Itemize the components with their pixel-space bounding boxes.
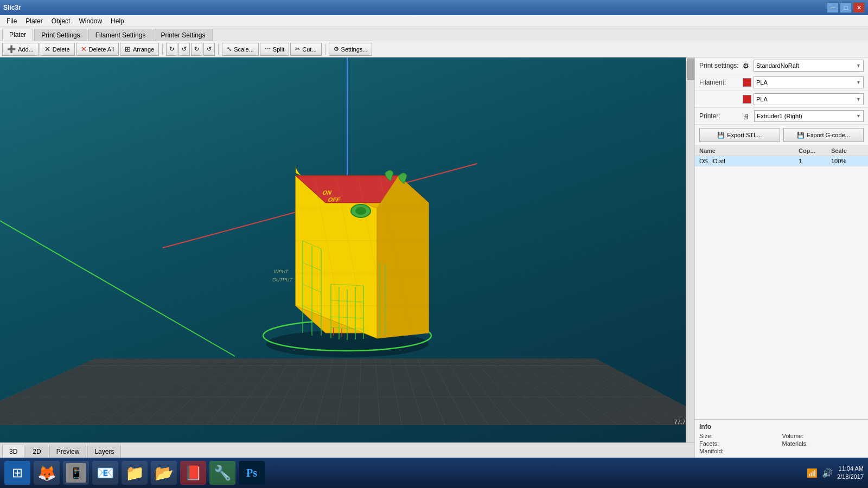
clock-time: 11:04 AM — [837, 465, 864, 473]
app2-button[interactable]: 🔧 — [209, 461, 235, 485]
toolbar-separator-2 — [218, 44, 219, 55]
menu-plater[interactable]: Plater — [21, 16, 47, 26]
calculator-button[interactable]: 📱 — [63, 461, 89, 485]
menu-help[interactable]: Help — [106, 16, 129, 26]
volume-icon: 🔊 — [822, 468, 833, 478]
clock: 11:04 AM 2/18/2017 — [837, 465, 864, 481]
menu-file[interactable]: File — [2, 16, 21, 26]
window-controls: ─ □ ✕ — [827, 2, 865, 13]
folder-button[interactable]: 📁 — [122, 461, 148, 485]
toolbar: ➕ Add... ✕ Delete ✕ Delete All ⊞ Arrange… — [0, 41, 868, 57]
arrange-button[interactable]: ⊞ Arrange — [120, 43, 159, 56]
view-tab-preview[interactable]: Preview — [49, 445, 87, 458]
export-gcode-button[interactable]: 💾 Export G-code... — [783, 128, 864, 142]
settings-button[interactable]: ⚙ Settings... — [329, 43, 373, 56]
outlook-icon: 📧 — [97, 465, 114, 481]
print-settings-value: ⚙ StandardNoRaft ▼ — [743, 60, 864, 72]
viewport-scrollbar-thumb[interactable] — [687, 59, 694, 80]
tab-plater[interactable]: Plater — [2, 29, 33, 41]
model-corner-detail — [296, 165, 301, 176]
app1-button[interactable]: 📕 — [180, 461, 206, 485]
rotate-ccw-button[interactable]: ↻ — [166, 43, 177, 56]
info-title: Info — [699, 423, 864, 431]
delete-all-button[interactable]: ✕ Delete All — [76, 43, 119, 56]
object-scale: 100% — [831, 158, 864, 164]
model-input-label: INPUT — [273, 269, 289, 274]
scale-button[interactable]: ⤡ Scale... — [222, 43, 259, 56]
printer-dropdown[interactable]: Extruder1 (Right) ▼ — [754, 110, 864, 122]
photoshop-button[interactable]: Ps — [239, 461, 265, 485]
col-copies-header: Cop... — [799, 147, 831, 154]
tab-filament-settings[interactable]: Filament Settings — [88, 29, 153, 41]
filament2-row: PLA ▼ — [695, 91, 868, 108]
print-settings-dropdown[interactable]: StandardNoRaft ▼ — [754, 60, 864, 72]
rotate-cw-icon: ↺ — [182, 46, 187, 53]
main-content: ON OFF — [0, 57, 868, 458]
info-facets-label: Facets: — [699, 440, 781, 447]
rotate-ccw-icon: ↻ — [169, 46, 174, 53]
view-tab-layers[interactable]: Layers — [87, 445, 121, 458]
scale-icon: ⤡ — [227, 46, 232, 53]
rotate2-icon: ↻ — [194, 46, 199, 53]
rotate-cw-button[interactable]: ↺ — [178, 43, 190, 56]
filament2-value: PLA ▼ — [743, 93, 864, 105]
folder2-button[interactable]: 📂 — [151, 461, 177, 485]
viewport-3d[interactable]: ON OFF — [0, 57, 694, 458]
object-list-row[interactable]: OS_IO.stl 1 100% — [695, 156, 868, 166]
folder-icon: 📁 — [125, 464, 144, 482]
firefox-button[interactable]: 🦊 — [34, 461, 60, 485]
right-panel: Print settings: ⚙ StandardNoRaft ▼ Filam… — [694, 57, 868, 458]
info-section: Info Size: Volume: Facets: Materials: Ma… — [695, 419, 868, 458]
app-title: Slic3r — [3, 4, 21, 11]
split-icon: ⋯ — [265, 46, 271, 53]
cut-button[interactable]: ✂ Cut... — [290, 43, 321, 56]
info-grid: Size: Volume: Facets: Materials: Manifol… — [699, 433, 864, 454]
photoshop-icon: Ps — [246, 467, 257, 479]
split-button[interactable]: ⋯ Split — [260, 43, 289, 56]
start-icon: ⊞ — [12, 465, 23, 480]
app2-icon: 🔧 — [214, 465, 231, 481]
export-row: 💾 Export STL... 💾 Export G-code... — [695, 125, 868, 146]
menu-window[interactable]: Window — [74, 16, 106, 26]
close-button[interactable]: ✕ — [853, 2, 865, 13]
filament2-color — [743, 95, 751, 104]
filament1-row: Filament: PLA ▼ — [695, 74, 868, 91]
view-tab-3d[interactable]: 3D — [2, 445, 24, 458]
rotate2-button[interactable]: ↻ — [191, 43, 202, 56]
add-button[interactable]: ➕ Add... — [2, 43, 39, 56]
folder2-icon: 📂 — [155, 464, 174, 482]
filament1-color — [743, 78, 751, 87]
print-settings-row: Print settings: ⚙ StandardNoRaft ▼ — [695, 57, 868, 74]
delete-button[interactable]: ✕ Delete — [40, 43, 75, 56]
tab-printer-settings[interactable]: Printer Settings — [154, 29, 212, 41]
delete-icon: ✕ — [44, 45, 50, 53]
rotate3-button[interactable]: ↺ — [203, 43, 215, 56]
object-copies: 1 — [799, 158, 831, 164]
export-stl-icon: 💾 — [717, 132, 725, 139]
view-tab-2d[interactable]: 2D — [25, 445, 48, 458]
toolbar-separator-3 — [325, 44, 326, 55]
info-materials-label: Materials: — [782, 440, 864, 447]
printer-arrow: ▼ — [856, 113, 861, 119]
3d-model: ON OFF — [244, 132, 450, 360]
calculator-icon: 📱 — [66, 463, 86, 483]
outlook-button[interactable]: 📧 — [92, 461, 118, 485]
menu-object[interactable]: Object — [47, 16, 75, 26]
menu-bar: File Plater Object Window Help — [0, 15, 868, 27]
start-button[interactable]: ⊞ — [4, 461, 30, 485]
settings-icon: ⚙ — [334, 46, 339, 53]
viewport-scrollbar[interactable] — [686, 57, 694, 458]
axis-green-line — [0, 220, 235, 357]
col-name-header: Name — [699, 147, 799, 154]
filament2-dropdown[interactable]: PLA ▼ — [754, 93, 864, 105]
object-name: OS_IO.stl — [699, 158, 799, 164]
arrange-icon: ⊞ — [125, 45, 131, 53]
filament1-dropdown[interactable]: PLA ▼ — [754, 76, 864, 88]
printer-row: Printer: 🖨 Extruder1 (Right) ▼ — [695, 108, 868, 125]
minimize-button[interactable]: ─ — [827, 2, 839, 13]
maximize-button[interactable]: □ — [840, 2, 852, 13]
add-icon: ➕ — [7, 45, 16, 53]
title-bar: Slic3r ─ □ ✕ — [0, 0, 868, 15]
export-stl-button[interactable]: 💾 Export STL... — [699, 128, 780, 142]
tab-print-settings[interactable]: Print Settings — [34, 29, 87, 41]
